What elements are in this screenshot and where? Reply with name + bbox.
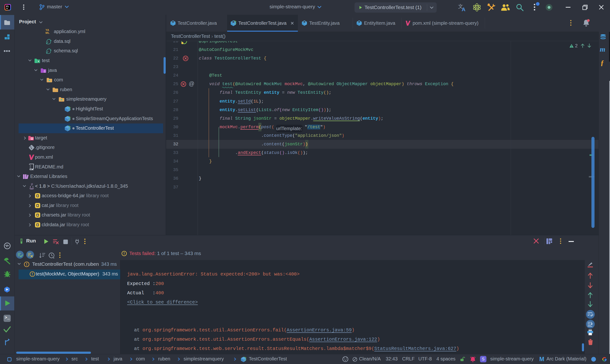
svg-text:A: A — [462, 6, 465, 12]
